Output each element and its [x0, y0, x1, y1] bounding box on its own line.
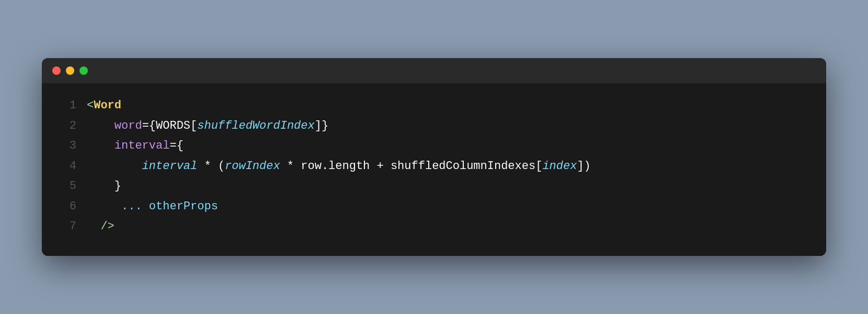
- row-index-var: rowIndex: [225, 156, 280, 177]
- shuffled-word-index: shuffledWordIndex: [197, 116, 314, 137]
- attr-interval: interval: [87, 136, 169, 156]
- line-number-3: 3: [58, 136, 76, 156]
- line-number-1: 1: [58, 96, 76, 116]
- line-5-content: }: [87, 176, 121, 197]
- tag-word: Word: [94, 96, 121, 116]
- bracket-close-2: ]): [577, 156, 590, 177]
- code-line-5: 5 }: [58, 176, 810, 197]
- code-line-4: 4 interval * (rowIndex * row.length + sh…: [58, 156, 810, 177]
- line-number-5: 5: [58, 176, 76, 197]
- line-number-2: 2: [58, 116, 76, 137]
- code-line-3: 3 interval={: [58, 136, 810, 156]
- code-line-1: 1 <Word: [58, 96, 810, 116]
- line-7-content: />: [87, 217, 115, 237]
- index-var: index: [542, 156, 577, 177]
- eq-1: =: [142, 116, 149, 137]
- length-prop: length: [328, 156, 370, 177]
- maximize-button[interactable]: [79, 66, 88, 75]
- eq-2: =: [169, 136, 176, 156]
- operator-mul1: * (: [197, 156, 225, 177]
- line-2-content: word={WORDS[shuffledWordIndex]}: [87, 116, 328, 137]
- line-1-content: <Word: [87, 96, 121, 116]
- line-number-7: 7: [58, 217, 76, 237]
- code-line-6: 6 ... otherProps: [58, 197, 810, 217]
- close-button[interactable]: [52, 66, 61, 75]
- spread-operator: ...: [87, 197, 149, 217]
- code-line-2: 2 word={WORDS[shuffledWordIndex]}: [58, 116, 810, 137]
- title-bar: [42, 58, 826, 83]
- words-identifier: WORDS: [156, 116, 190, 137]
- brace-1: {: [149, 116, 156, 137]
- attr-word: word: [87, 116, 142, 137]
- row-var: row: [301, 156, 322, 177]
- bracket-1: [: [190, 116, 197, 137]
- other-props: otherProps: [149, 197, 218, 217]
- open-bracket: <: [87, 96, 94, 116]
- line-number-4: 4: [58, 156, 76, 177]
- line-number-6: 6: [58, 197, 76, 217]
- code-window: 1 <Word 2 word={WORDS[shuffledWordIndex]…: [42, 58, 826, 256]
- bracket-close-1: ]}: [315, 116, 328, 137]
- self-close-tag: />: [87, 217, 115, 237]
- interval-var: interval: [87, 156, 197, 177]
- line-6-content: ... otherProps: [87, 197, 218, 217]
- operator-mul2: *: [280, 156, 301, 177]
- code-editor: 1 <Word 2 word={WORDS[shuffledWordIndex]…: [42, 83, 826, 256]
- minimize-button[interactable]: [66, 66, 74, 75]
- line-3-content: interval={: [87, 136, 184, 156]
- bracket-2: [: [535, 156, 542, 177]
- close-brace: }: [87, 176, 121, 197]
- brace-2: {: [177, 136, 184, 156]
- line-4-content: interval * (rowIndex * row.length + shuf…: [87, 156, 591, 177]
- dot: .: [322, 156, 328, 177]
- shuffled-col-indexes: shuffledColumnIndexes: [391, 156, 535, 177]
- code-line-7: 7 />: [58, 217, 810, 237]
- operator-plus: +: [370, 156, 391, 177]
